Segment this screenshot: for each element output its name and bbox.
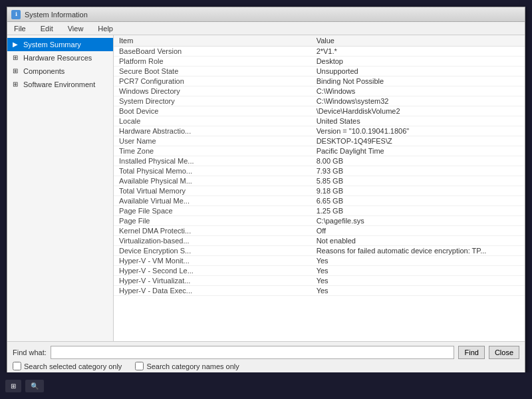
sidebar-item-system-summary[interactable]: ▶ System Summary [7,38,113,51]
table-cell-item: Virtualization-based... [114,236,311,246]
table-row: Secure Boot StateUnsupported [114,66,525,76]
table-cell-value: C:\Windows\system32 [311,96,525,106]
table-cell-item: Locale [114,116,311,126]
table-cell-item: Hyper-V - Virtualizat... [114,276,311,286]
col-value-header: Value [311,35,525,47]
menu-help[interactable]: Help [94,23,117,34]
table-cell-item: Platform Role [114,57,311,66]
table-row: Installed Physical Me...8.00 GB [114,156,525,166]
table-row: Windows DirectoryC:\Windows [114,86,525,96]
checkbox-row: Search selected category only Search cat… [13,362,519,370]
taskbar-start-button[interactable]: ⊞ [5,380,21,392]
table-cell-item: Total Physical Memo... [114,166,311,176]
menu-file[interactable]: File [10,23,30,34]
table-row: LocaleUnited States [114,116,525,126]
table-cell-item: Time Zone [114,146,311,156]
info-table: Item Value BaseBoard Version2*V1.*Platfo… [114,35,525,296]
table-cell-value: Yes [311,276,525,286]
table-cell-value: 7.93 GB [311,166,525,176]
table-row: Hyper-V - Virtualizat...Yes [114,276,525,286]
table-row: Boot Device\Device\HarddiskVolume2 [114,106,525,116]
table-cell-value: C:\pagefile.sys [311,216,525,226]
table-cell-value: Yes [311,286,525,296]
table-row: Total Physical Memo...7.93 GB [114,166,525,176]
table-cell-value: 6.65 GB [311,196,525,206]
sidebar-item-hardware-resources[interactable]: ⊞ Hardware Resources [7,51,113,65]
table-row: Page File Space1.25 GB [114,206,525,216]
sidebar-item-software-environment[interactable]: ⊞ Software Environment [7,78,113,91]
hardware-resources-icon: ⊞ [13,54,21,62]
table-cell-item: Device Encryption S... [114,246,311,256]
find-input[interactable] [51,346,455,359]
table-cell-item: PCR7 Configuration [114,76,311,86]
table-row: Hyper-V - Second Le...Yes [114,266,525,276]
table-row: Kernel DMA Protecti...Off [114,226,525,236]
table-cell-value: Yes [311,266,525,276]
table-row: BaseBoard Version2*V1.* [114,47,525,57]
table-row: Device Encryption S...Reasons for failed… [114,246,525,256]
table-cell-value: Reasons for failed automatic device encr… [311,246,525,256]
sidebar-item-components[interactable]: ⊞ Components [7,65,113,78]
taskbar: ⊞ 🔍 [0,372,532,399]
checkbox-selected-category-input[interactable] [13,362,21,370]
table-cell-item: Page File Space [114,206,311,216]
sidebar: ▶ System Summary ⊞ Hardware Resources ⊞ … [7,35,114,341]
table-row: PCR7 ConfigurationBinding Not Possible [114,76,525,86]
checkbox-category-names-input[interactable] [135,362,144,370]
data-panel: Item Value BaseBoard Version2*V1.*Platfo… [114,35,525,341]
table-cell-value: Yes [311,256,525,266]
table-cell-value: Not enabled [311,236,525,246]
table-cell-item: Windows Directory [114,86,311,96]
table-row: Time ZonePacific Daylight Time [114,146,525,156]
table-cell-item: System Directory [114,96,311,106]
find-row: Find what: Find Close [13,346,519,359]
table-cell-item: Installed Physical Me... [114,156,311,166]
checkbox-selected-category[interactable]: Search selected category only [13,362,122,370]
find-label: Find what: [13,348,47,356]
table-cell-item: Total Virtual Memory [114,186,311,196]
checkbox-category-names[interactable]: Search category names only [135,362,239,370]
table-cell-value: Pacific Daylight Time [311,146,525,156]
system-summary-icon: ▶ [13,41,21,49]
table-row: Virtualization-based...Not enabled [114,236,525,246]
title-bar: ℹ System Information [7,7,525,22]
components-icon: ⊞ [13,67,21,75]
table-cell-item: User Name [114,136,311,146]
table-cell-value: Off [311,226,525,236]
table-cell-item: Secure Boot State [114,66,311,76]
window-title: System Information [25,11,88,19]
taskbar-search-button[interactable]: 🔍 [25,380,44,392]
table-cell-value: DESKTOP-1Q49FES\Z [311,136,525,146]
table-row: Available Physical M...5.85 GB [114,176,525,186]
table-row: System DirectoryC:\Windows\system32 [114,96,525,106]
close-button[interactable]: Close [489,346,519,359]
table-cell-item: BaseBoard Version [114,47,311,57]
table-row: Hardware Abstractio...Version = "10.0.19… [114,126,525,136]
main-content: ▶ System Summary ⊞ Hardware Resources ⊞ … [7,35,525,341]
table-cell-value: 1.25 GB [311,206,525,216]
table-cell-item: Hardware Abstractio... [114,126,311,136]
table-cell-item: Available Virtual Me... [114,196,311,206]
table-row: Hyper-V - VM Monit...Yes [114,256,525,266]
table-cell-value: 2*V1.* [311,47,525,57]
software-environment-icon: ⊞ [13,80,21,88]
table-cell-item: Kernel DMA Protecti... [114,226,311,236]
table-cell-item: Boot Device [114,106,311,116]
table-cell-item: Available Physical M... [114,176,311,186]
table-cell-value: 8.00 GB [311,156,525,166]
table-cell-value: United States [311,116,525,126]
menu-view[interactable]: View [64,23,88,34]
menu-edit[interactable]: Edit [37,23,57,34]
table-row: Hyper-V - Data Exec...Yes [114,286,525,296]
table-cell-item: Hyper-V - VM Monit... [114,256,311,266]
table-row: Available Virtual Me...6.65 GB [114,196,525,206]
table-row: Platform RoleDesktop [114,57,525,66]
system-information-window: ℹ System Information File Edit View Help… [7,7,525,379]
table-row: Total Virtual Memory9.18 GB [114,186,525,196]
table-cell-value: 9.18 GB [311,186,525,196]
find-button[interactable]: Find [458,346,484,359]
table-cell-item: Page File [114,216,311,226]
table-cell-value: 5.85 GB [311,176,525,186]
table-cell-item: Hyper-V - Data Exec... [114,286,311,296]
menu-bar: File Edit View Help [7,22,525,35]
